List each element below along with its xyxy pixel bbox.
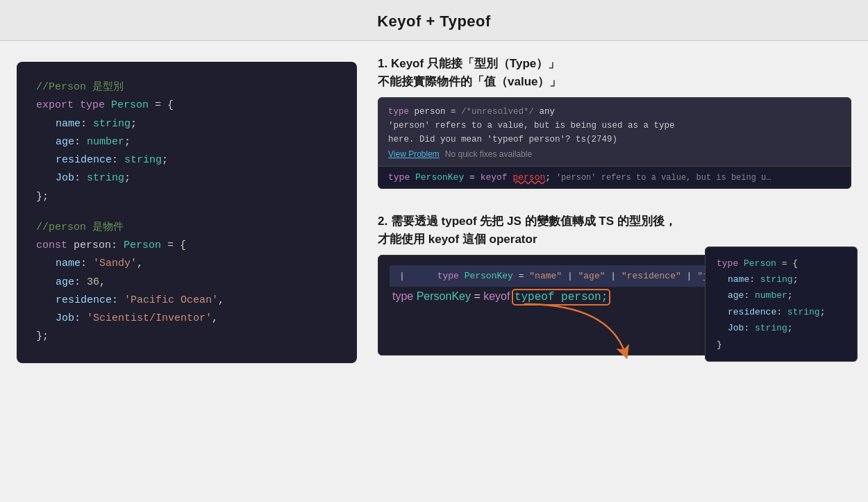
obj-fields: name: 'Sandy', age: 36, residence: 'Paci…: [36, 255, 337, 328]
popup-field-age: age: number;: [728, 287, 846, 303]
code-screenshot-bottom: | type PersonKey = "name" | "age" | "res…: [378, 255, 851, 355]
type-fields: name: string; age: number; residence: st…: [36, 115, 337, 188]
tooltip-actions: View Problem No quick fixes available: [388, 149, 841, 159]
field-job: Job: string;: [56, 169, 337, 187]
section2-code-wrap: | type PersonKey = "name" | "age" | "res…: [378, 255, 851, 355]
const-keyword: const: [36, 240, 74, 251]
obj-field-residence: residence: 'Pacific Ocean',: [56, 292, 337, 310]
popup-card: type Person = { name: string; age: numbe…: [705, 246, 858, 362]
page-title: Keyof + Typeof: [377, 12, 491, 30]
tooltip-line1: type person = /*unresolved*/ any: [388, 105, 841, 119]
left-panel: //Person 是型別 export type Person = { name…: [17, 55, 357, 488]
no-quick-fix: No quick fixes available: [445, 149, 532, 159]
comment2-text: //person 是物件: [36, 221, 124, 233]
closing-brace-obj: };: [36, 328, 337, 346]
person-varname: person: [74, 240, 111, 251]
comment1-text: //Person 是型別: [36, 81, 124, 93]
section1-title: 1. Keyof 只能接「型別（Type）」 不能接實際物件的「值（value）…: [378, 55, 851, 90]
obj-field-age: age: 36,: [56, 274, 337, 292]
person-type-name: Person: [111, 99, 149, 111]
tooltip-line2: 'person' refers to a value, but is being…: [388, 119, 841, 133]
type-keyword: type: [80, 99, 111, 111]
export-keyword: export: [36, 99, 80, 111]
right-panel: 1. Keyof 只能接「型別（Type）」 不能接實際物件的「值（value）…: [378, 55, 851, 488]
tooltip-box: type person = /*unresolved*/ any 'person…: [378, 98, 851, 167]
page-header: Keyof + Typeof: [0, 0, 868, 41]
typeof-person-highlight: typeof person;: [513, 290, 609, 304]
field-name: name: string;: [56, 115, 337, 133]
view-problem-link[interactable]: View Problem: [388, 149, 440, 159]
closing-brace-type: };: [36, 188, 337, 206]
error-code-line: type PersonKey = keyof person; 'person' …: [378, 167, 851, 188]
popup-field-name: name: string;: [728, 271, 846, 287]
popup-field-residence: residence: string;: [728, 304, 846, 320]
type-declaration-line: export type Person = {: [36, 97, 337, 115]
popup-close-brace: }: [717, 337, 846, 353]
obj-field-job: Job: 'Scientist/Inventor',: [56, 310, 337, 328]
section2: 2. 需要透過 typeof 先把 JS 的變數值轉成 TS 的型別後， 才能使…: [378, 212, 851, 355]
popup-type-line: type Person = {: [717, 256, 846, 271]
main-content: //Person 是型別 export type Person = { name…: [0, 41, 868, 502]
code-block-left: //Person 是型別 export type Person = { name…: [17, 62, 357, 363]
popup-field-job: Job: string;: [728, 320, 846, 336]
error-screenshot: type person = /*unresolved*/ any 'person…: [378, 97, 851, 189]
obj-field-name: name: 'Sandy',: [56, 255, 337, 273]
const-person-line: const person: Person = {: [36, 237, 337, 255]
section2-title: 2. 需要透過 typeof 先把 JS 的變數值轉成 TS 的型別後， 才能使…: [378, 212, 851, 248]
tooltip-line3: here. Did you mean 'typeof person'? ts(2…: [388, 133, 841, 147]
section1: 1. Keyof 只能接「型別（Type）」 不能接實際物件的「值（value）…: [378, 55, 851, 189]
field-age: age: number;: [56, 133, 337, 151]
popup-fields: name: string; age: number; residence: st…: [717, 271, 846, 337]
comment-person-type: //Person 是型別: [36, 78, 337, 97]
field-residence: residence: string;: [56, 151, 337, 169]
comment-person-obj: //person 是物件: [36, 219, 337, 237]
